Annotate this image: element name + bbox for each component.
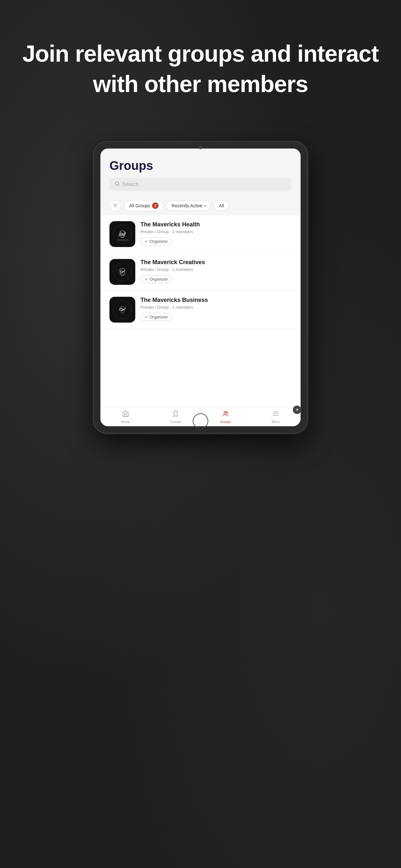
organizer-label-2: Organizer [150, 277, 168, 282]
checkmark-icon-2: ✓ [145, 277, 148, 282]
courses-label: Courses [169, 420, 181, 424]
search-placeholder: Search [122, 182, 139, 187]
nav-item-groups[interactable]: Groups [201, 410, 251, 424]
app-content: Groups Search [100, 149, 301, 426]
tablet-screen: Groups Search [100, 149, 301, 426]
organizer-badge-creatives: ✓ Organizer [141, 275, 172, 283]
organizer-label: Organizer [150, 239, 168, 244]
scroll-to-bottom[interactable] [293, 406, 301, 414]
svg-line-1 [118, 185, 119, 186]
group-info-health: The Mavericks Health Private / Group · 1… [141, 221, 291, 245]
filter-icon-button[interactable] [110, 200, 121, 212]
group-info-business: The Mavericks Business Private / Group ·… [141, 297, 291, 321]
groups-list: THE MAVERICKS The Mavericks Health Priva… [100, 215, 301, 407]
groups-count-badge: 3 [152, 203, 158, 209]
svg-point-11 [226, 412, 227, 413]
bottom-nav: Home Courses [100, 407, 301, 426]
svg-point-10 [224, 412, 226, 414]
app-header: Groups Search [100, 149, 301, 196]
all-groups-filter[interactable]: All Groups 3 [124, 200, 163, 211]
group-meta-health: Private / Group · 1 members [141, 229, 291, 234]
hero-title: Join relevant groups and interact with o… [19, 39, 382, 99]
group-name-creatives: The Maverick Creatives [141, 259, 291, 266]
checkmark-icon: ✓ [145, 239, 148, 244]
nav-item-menu[interactable]: Menu [251, 410, 301, 424]
groups-icon [222, 410, 229, 419]
group-name-business: The Mavericks Business [141, 297, 291, 304]
courses-icon [172, 410, 179, 419]
group-logo-health: THE MAVERICKS [110, 221, 135, 247]
group-item-business[interactable]: The Mavericks Business Private / Group ·… [100, 291, 301, 329]
page-title: Groups [110, 159, 291, 173]
svg-point-7 [113, 263, 131, 281]
filter-row: All Groups 3 Recently Active ▾ All [100, 196, 301, 215]
recently-active-filter[interactable]: Recently Active ▾ [166, 201, 211, 211]
menu-icon [272, 410, 279, 419]
groups-label: Groups [220, 420, 231, 424]
search-icon [115, 181, 120, 188]
group-item-creatives[interactable]: The Maverick Creatives Private / Group ·… [100, 253, 301, 291]
hero-section: Join relevant groups and interact with o… [0, 39, 401, 99]
checkmark-icon-3: ✓ [145, 314, 148, 319]
group-meta-business: Private / Group · 1 members [141, 305, 291, 310]
organizer-badge-business: ✓ Organizer [141, 313, 172, 321]
home-label: Home [121, 420, 130, 424]
menu-label: Menu [272, 420, 280, 424]
group-name-health: The Mavericks Health [141, 221, 291, 228]
nav-item-home[interactable]: Home [100, 410, 150, 424]
organizer-label-3: Organizer [150, 314, 168, 319]
group-meta-creatives: Private / Group · 1 members [141, 267, 291, 272]
group-logo-creatives [110, 259, 135, 285]
all-filter[interactable]: All [214, 201, 229, 211]
recently-active-label: Recently Active [172, 203, 203, 208]
all-groups-label: All Groups [129, 203, 150, 208]
tablet-frame: Groups Search [94, 142, 307, 433]
chevron-down-icon: ▾ [204, 204, 206, 208]
all-label: All [219, 203, 224, 208]
group-item-health[interactable]: THE MAVERICKS The Mavericks Health Priva… [100, 215, 301, 253]
group-logo-business [110, 297, 135, 322]
nav-item-courses[interactable]: Courses [150, 410, 201, 424]
organizer-badge-health: ✓ Organizer [141, 237, 172, 245]
svg-text:THE MAVERICKS: THE MAVERICKS [117, 239, 127, 241]
group-info-creatives: The Maverick Creatives Private / Group ·… [141, 259, 291, 283]
svg-point-9 [113, 301, 131, 319]
search-bar[interactable]: Search [110, 178, 291, 191]
home-icon [122, 410, 129, 419]
